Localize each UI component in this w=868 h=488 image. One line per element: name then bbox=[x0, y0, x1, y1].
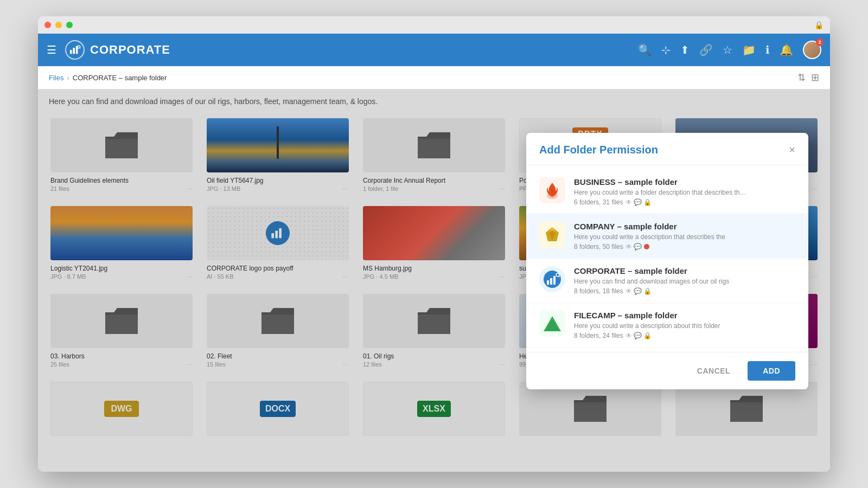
folder-logo-business bbox=[539, 177, 565, 203]
folder-stats: 6 folders, 31 files 👁 💬 🔒 bbox=[574, 198, 795, 206]
folder-desc: Here you can find and download images of… bbox=[574, 278, 748, 285]
folder-row-corporate[interactable]: CORPORATE – sample folder Here you can f… bbox=[526, 259, 808, 303]
folder-logo-company bbox=[539, 222, 565, 248]
content-area: Here you can find and download images of… bbox=[38, 89, 830, 472]
add-button[interactable]: ADD bbox=[748, 361, 795, 381]
link-icon[interactable]: 🔗 bbox=[699, 43, 713, 56]
header-actions: 🔍 ⊹ ⬆ 🔗 ☆ 📁 ℹ 🔔 2 bbox=[638, 41, 821, 59]
view-controls: ⇅ ⊞ bbox=[797, 72, 819, 84]
folder-desc: Here you could write a folder descriptio… bbox=[574, 189, 748, 196]
cursor-icon[interactable]: ⊹ bbox=[661, 43, 671, 56]
search-icon[interactable]: 🔍 bbox=[638, 43, 652, 56]
logo-circle bbox=[65, 40, 85, 60]
avatar-container: 2 bbox=[803, 41, 821, 59]
folder-desc: Here you could write a description that … bbox=[574, 233, 748, 241]
modal-overlay: Add Folder Permission × bbox=[38, 89, 830, 472]
folder-icon[interactable]: 📁 bbox=[742, 43, 756, 56]
minimize-button[interactable] bbox=[55, 22, 62, 28]
lock-icon: 🔒 bbox=[814, 21, 824, 29]
folder-info-business: BUSINESS – sample folder Here you could … bbox=[574, 177, 795, 206]
modal-footer: CANCEL ADD bbox=[526, 352, 808, 389]
folder-info-company: COMPANY – sample folder Here you could w… bbox=[574, 222, 795, 251]
modal-close-button[interactable]: × bbox=[789, 144, 795, 156]
chart-icon bbox=[542, 269, 562, 289]
folder-stats: 8 folders, 24 files 👁 💬 🔒 bbox=[574, 332, 795, 339]
grid-view-button[interactable]: ⊞ bbox=[811, 72, 819, 84]
svg-rect-1 bbox=[73, 48, 75, 54]
breadcrumb: Files › CORPORATE – sample folder bbox=[49, 74, 167, 82]
add-folder-permission-modal: Add Folder Permission × bbox=[526, 133, 808, 389]
notification-badge: 2 bbox=[816, 38, 824, 46]
folder-row-business[interactable]: BUSINESS – sample folder Here you could … bbox=[526, 170, 808, 214]
menu-button[interactable]: ☰ bbox=[47, 43, 56, 56]
brand-name: CORPORATE bbox=[90, 43, 170, 57]
star-icon[interactable]: ☆ bbox=[723, 43, 732, 56]
svg-line-4 bbox=[80, 48, 80, 48]
info-icon[interactable]: ℹ bbox=[765, 43, 770, 56]
breadcrumb-separator: › bbox=[67, 74, 69, 82]
folder-stats: 8 folders, 50 files 👁 💬 bbox=[574, 243, 795, 251]
upload-icon[interactable]: ⬆ bbox=[680, 43, 690, 56]
app-header: ☰ CORPORATE 🔍 ⊹ ⬆ 🔗 ☆ 📁 ℹ 🔔 bbox=[38, 34, 830, 66]
sort-button[interactable]: ⇅ bbox=[797, 72, 806, 84]
svg-rect-0 bbox=[70, 50, 72, 54]
modal-title: Add Folder Permission bbox=[539, 144, 658, 156]
modal-body: BUSINESS – sample folder Here you could … bbox=[526, 165, 808, 352]
modal-header: Add Folder Permission × bbox=[526, 133, 808, 165]
red-dot bbox=[644, 244, 649, 249]
breadcrumb-bar: Files › CORPORATE – sample folder ⇅ ⊞ bbox=[38, 66, 830, 89]
folder-logo-corporate bbox=[539, 266, 565, 292]
breadcrumb-parent[interactable]: Files bbox=[49, 74, 63, 82]
close-button[interactable] bbox=[44, 22, 51, 28]
bell-icon[interactable]: 🔔 bbox=[780, 43, 793, 56]
logo-icon bbox=[69, 44, 81, 56]
maximize-button[interactable] bbox=[66, 22, 73, 28]
svg-rect-21 bbox=[550, 278, 552, 285]
folder-desc: Here you could write a description about… bbox=[574, 322, 748, 330]
flame-icon bbox=[542, 181, 562, 200]
cancel-button[interactable]: CANCEL bbox=[686, 361, 741, 381]
folder-name: CORPORATE – sample folder bbox=[574, 266, 795, 275]
main-window: 🔒 ☰ CORPORATE 🔍 ⊹ ⬆ 🔗 ☆ 📁 ℹ bbox=[38, 16, 830, 472]
diamond-icon bbox=[542, 225, 562, 245]
folder-row-filecamp[interactable]: FILECAMP – sample folder Here you could … bbox=[526, 303, 808, 348]
breadcrumb-current: CORPORATE – sample folder bbox=[73, 74, 167, 82]
folder-stats: 8 folders, 18 files 👁 💬 🔒 bbox=[574, 287, 795, 295]
folder-name: FILECAMP – sample folder bbox=[574, 311, 795, 320]
folder-name: BUSINESS – sample folder bbox=[574, 177, 795, 187]
folder-logo-filecamp bbox=[539, 311, 565, 337]
triangle-icon bbox=[542, 314, 562, 333]
folder-info-filecamp: FILECAMP – sample folder Here you could … bbox=[574, 311, 795, 339]
svg-rect-22 bbox=[553, 276, 556, 285]
svg-rect-20 bbox=[547, 280, 549, 285]
folder-info-corporate: CORPORATE – sample folder Here you can f… bbox=[574, 266, 795, 295]
title-bar: 🔒 bbox=[38, 16, 830, 34]
folder-name: COMPANY – sample folder bbox=[574, 222, 795, 231]
folder-row-company[interactable]: COMPANY – sample folder Here you could w… bbox=[526, 214, 808, 259]
logo-area: CORPORATE bbox=[65, 40, 170, 60]
